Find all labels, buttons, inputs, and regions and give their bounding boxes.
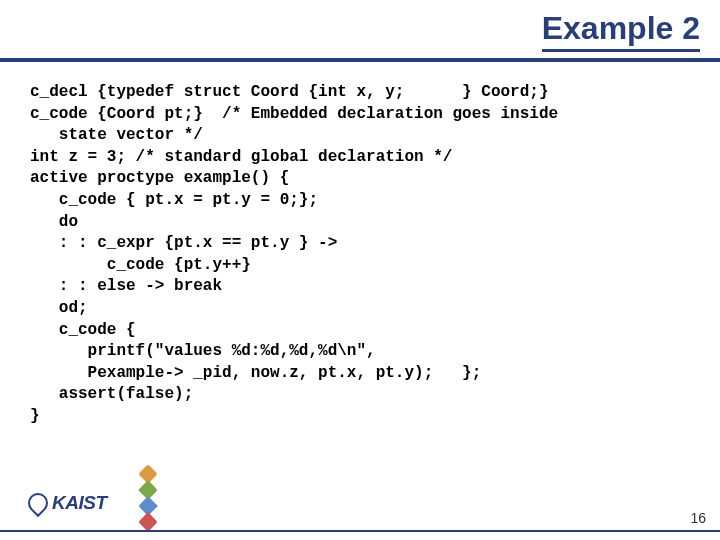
code-line: do bbox=[30, 213, 78, 231]
code-line: } bbox=[30, 407, 40, 425]
code-line: assert(false); bbox=[30, 385, 193, 403]
code-line: c_code {Coord pt;} /* Embedded declarati… bbox=[30, 105, 558, 123]
footer-divider bbox=[0, 530, 720, 532]
code-line: c_decl {typedef struct Coord {int x, y; … bbox=[30, 83, 548, 101]
footer: KAIST 16 bbox=[0, 486, 720, 532]
slide: Example 2 c_decl {typedef struct Coord {… bbox=[0, 0, 720, 540]
code-line: : : c_expr {pt.x == pt.y } -> bbox=[30, 234, 337, 252]
code-line: c_code { pt.x = pt.y = 0;}; bbox=[30, 191, 318, 209]
code-line: c_code { bbox=[30, 321, 136, 339]
brand-text: KAIST bbox=[52, 492, 107, 514]
slide-title: Example 2 bbox=[542, 10, 700, 52]
code-line: int z = 3; /* standard global declaratio… bbox=[30, 148, 452, 166]
code-block: c_decl {typedef struct Coord {int x, y; … bbox=[0, 62, 720, 540]
title-row: Example 2 bbox=[0, 0, 720, 56]
code-line: active proctype example() { bbox=[30, 169, 289, 187]
code-line: state vector */ bbox=[30, 126, 203, 144]
brand-swirl-icon bbox=[24, 489, 52, 517]
code-line: : : else -> break bbox=[30, 277, 222, 295]
code-line: Pexample-> _pid, now.z, pt.x, pt.y); }; bbox=[30, 364, 481, 382]
code-line: c_code {pt.y++} bbox=[30, 256, 251, 274]
page-number: 16 bbox=[690, 510, 706, 526]
code-line: printf("values %d:%d,%d,%d\n", bbox=[30, 342, 376, 360]
flower-icon bbox=[140, 466, 170, 530]
brand-logo: KAIST bbox=[28, 492, 107, 514]
code-line: od; bbox=[30, 299, 88, 317]
